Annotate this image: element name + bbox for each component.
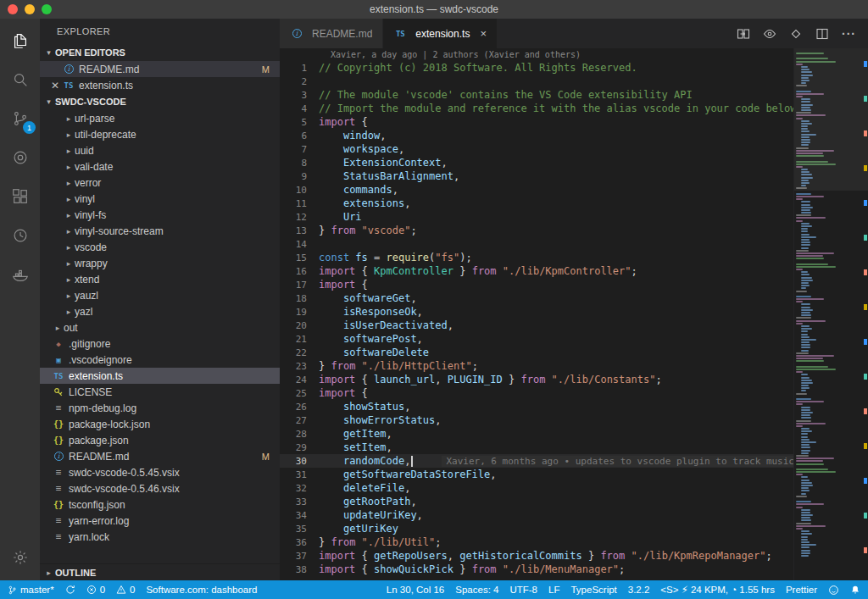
status-errors[interactable]: 0 <box>86 585 105 595</box>
tree-item-vali-date[interactable]: ▸vali-date <box>40 158 280 175</box>
minimize-window-button[interactable] <box>25 4 35 14</box>
more-actions-icon[interactable]: ··· <box>842 27 856 41</box>
tree-item-vscode[interactable]: ▸vscode <box>40 239 280 255</box>
clock-icon[interactable] <box>0 216 40 255</box>
codelens-annotation[interactable]: Xavier, a day ago | 2 authors (Xavier an… <box>331 50 868 60</box>
status-encoding[interactable]: UTF-8 <box>509 585 537 595</box>
code-line-15[interactable]: 15const fs = require("fs"); <box>280 251 868 264</box>
code-line-23[interactable]: 23} from "./lib/HttpClient"; <box>280 359 868 373</box>
code-line-30[interactable]: 30 randomCode,Xavier, 6 months ago • upd… <box>280 454 868 468</box>
outline-header[interactable]: ▸ OUTLINE <box>40 563 280 580</box>
status-formatter[interactable]: Prettier <box>786 585 817 595</box>
tab-readme.md[interactable]: iREADME.md <box>280 19 383 48</box>
settings-gear-icon[interactable] <box>0 538 40 577</box>
code-line-25[interactable]: 25import { <box>280 386 868 400</box>
code-line-34[interactable]: 34 updateUriKey, <box>280 508 868 522</box>
tree-item-util-deprecate[interactable]: ▸util-deprecate <box>40 126 280 142</box>
tree-item-extension.ts[interactable]: TSextension.ts <box>40 368 280 384</box>
code-line-21[interactable]: 21 softwarePost, <box>280 332 868 346</box>
code-line-27[interactable]: 27 showErrorStatus, <box>280 413 868 427</box>
tree-item-package-lock.json[interactable]: {}package-lock.json <box>40 416 280 432</box>
code-line-35[interactable]: 35 getUriKey <box>280 522 868 535</box>
close-window-button[interactable] <box>8 4 18 14</box>
search-icon[interactable] <box>0 60 40 99</box>
close-icon[interactable]: ✕ <box>48 80 62 92</box>
status-indentation[interactable]: Spaces: 4 <box>455 585 498 595</box>
code-line-7[interactable]: 7 workspace, <box>280 142 868 156</box>
tree-item-xtend[interactable]: ▸xtend <box>40 271 280 287</box>
status-git-branch[interactable]: master* <box>8 585 54 596</box>
zoom-window-button[interactable] <box>42 4 52 14</box>
code-line-13[interactable]: 13} from "vscode"; <box>280 224 868 237</box>
status-sync[interactable] <box>65 585 75 595</box>
code-line-4[interactable]: 4// Import the module and reference it w… <box>280 102 868 115</box>
tree-item-yauzl[interactable]: ▸yauzl <box>40 287 280 303</box>
tree-item-yarn-error.log[interactable]: ≡yarn-error.log <box>40 513 280 529</box>
open-editor-item[interactable]: ✕TSextension.ts <box>40 77 280 93</box>
code-line-16[interactable]: 16import { KpmController } from "./lib/K… <box>280 264 868 278</box>
tree-item-license[interactable]: LICENSE <box>40 384 280 400</box>
status-eol[interactable]: LF <box>548 585 559 595</box>
minimap[interactable] <box>793 48 868 580</box>
status-feedback-smiley[interactable] <box>828 585 839 596</box>
code-line-6[interactable]: 6 window, <box>280 129 868 142</box>
code-line-1[interactable]: 1// Copyright (c) 2018 Software. All Rig… <box>280 61 868 75</box>
tree-item-out[interactable]: ▸out <box>40 319 280 336</box>
code-line-36[interactable]: 36} from "./lib/Util"; <box>280 535 868 549</box>
code-time-icon[interactable] <box>0 138 40 177</box>
tree-item-vinyl[interactable]: ▸vinyl <box>40 191 280 207</box>
open-editors-header[interactable]: ▾ OPEN EDITORS <box>40 44 280 61</box>
code-line-38[interactable]: 38import { showQuickPick } from "./lib/M… <box>280 563 868 576</box>
status-code-time[interactable]: <S> ⚡ 24 KPM, ◔ 1.55 hrs <box>660 584 775 596</box>
tree-item-readme.md[interactable]: iREADME.mdM <box>40 448 280 464</box>
tree-item-swdc-vscode-0.5.46.vsix[interactable]: ≡swdc-vscode-0.5.46.vsix <box>40 480 280 496</box>
tree-item-url-parse[interactable]: ▸url-parse <box>40 110 280 126</box>
tree-item-vinyl-fs[interactable]: ▸vinyl-fs <box>40 207 280 223</box>
tree-item-yazl[interactable]: ▸yazl <box>40 303 280 319</box>
code-line-33[interactable]: 33 getRootPath, <box>280 495 868 508</box>
code-line-9[interactable]: 9 StatusBarAlignment, <box>280 169 868 183</box>
code-line-28[interactable]: 28 getItem, <box>280 427 868 441</box>
tree-item-uuid[interactable]: ▸uuid <box>40 142 280 158</box>
status-cursor-position[interactable]: Ln 30, Col 16 <box>387 585 444 595</box>
split-editor-icon[interactable] <box>815 27 829 41</box>
status-warnings[interactable]: 0 <box>116 585 135 595</box>
source-control-icon[interactable]: 1 <box>0 99 40 138</box>
status-notifications-bell[interactable] <box>850 585 860 596</box>
code-line-12[interactable]: 12 Uri <box>280 210 868 224</box>
code-line-18[interactable]: 18 softwareGet, <box>280 291 868 305</box>
tree-item-verror[interactable]: ▸verror <box>40 175 280 191</box>
tree-item-wrappy[interactable]: ▸wrappy <box>40 255 280 271</box>
code-line-19[interactable]: 19 isResponseOk, <box>280 305 868 319</box>
gitlens-compare-icon[interactable] <box>789 27 803 41</box>
project-header[interactable]: ▾ SWDC-VSCODE <box>40 93 280 110</box>
code-line-11[interactable]: 11 extensions, <box>280 197 868 210</box>
tree-item-.gitignore[interactable]: ◆.gitignore <box>40 336 280 352</box>
docker-icon[interactable] <box>0 255 40 294</box>
title-bar[interactable]: extension.ts — swdc-vscode <box>0 0 868 19</box>
tree-item-npm-debug.log[interactable]: ≡npm-debug.log <box>40 400 280 416</box>
code-line-2[interactable]: 2 <box>280 75 868 88</box>
code-editor[interactable]: Xavier, a day ago | 2 authors (Xavier an… <box>280 48 868 580</box>
tree-item-yarn.lock[interactable]: ≡yarn.lock <box>40 529 280 545</box>
open-changes-icon[interactable] <box>737 27 750 41</box>
code-line-37[interactable]: 37import { getRepoUsers, getHistoricalCo… <box>280 549 868 563</box>
tree-item-package.json[interactable]: {}package.json <box>40 432 280 448</box>
code-line-20[interactable]: 20 isUserDeactivated, <box>280 319 868 332</box>
close-icon[interactable]: × <box>480 27 487 40</box>
extensions-icon[interactable] <box>0 177 40 216</box>
status-software-dashboard[interactable]: Software.com: dashboard <box>146 585 257 595</box>
code-line-8[interactable]: 8 ExtensionContext, <box>280 156 868 169</box>
tree-item-tsconfig.json[interactable]: {}tsconfig.json <box>40 496 280 513</box>
open-preview-icon[interactable] <box>763 27 776 41</box>
code-line-26[interactable]: 26 showStatus, <box>280 400 868 413</box>
tree-item-.vscodeignore[interactable]: ▣.vscodeignore <box>40 352 280 368</box>
code-line-14[interactable]: 14 <box>280 237 868 251</box>
tree-item-swdc-vscode-0.5.45.vsix[interactable]: ≡swdc-vscode-0.5.45.vsix <box>40 464 280 480</box>
code-line-22[interactable]: 22 softwareDelete <box>280 346 868 359</box>
minimap-slider[interactable] <box>794 48 868 191</box>
code-line-31[interactable]: 31 getSoftwareDataStoreFile, <box>280 468 868 481</box>
code-line-32[interactable]: 32 deleteFile, <box>280 481 868 495</box>
code-line-17[interactable]: 17import { <box>280 278 868 291</box>
open-editor-item[interactable]: iREADME.mdM <box>40 61 280 77</box>
